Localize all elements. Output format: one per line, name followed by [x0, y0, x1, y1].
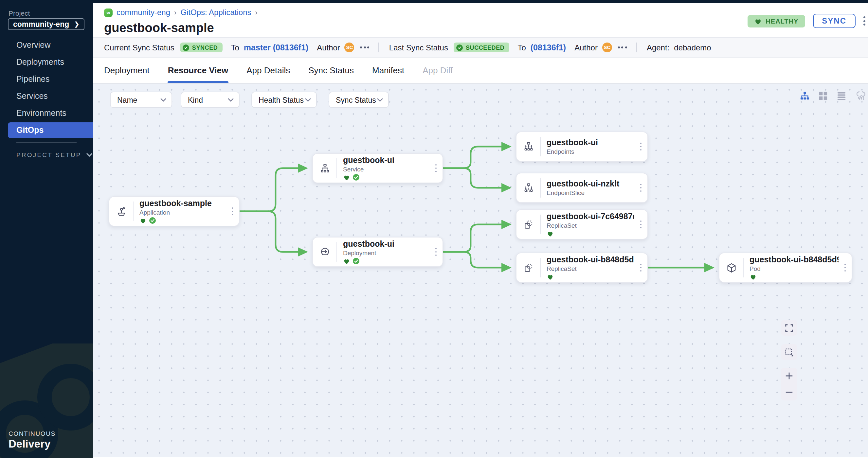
fullscreen-icon [785, 324, 794, 332]
node-replicaset-7c64987dc9[interactable]: guestbook-ui-7c64987dc9 ReplicaSet [516, 209, 648, 239]
grid-view-icon[interactable] [818, 91, 828, 101]
health-status-badge: HEALTHY [747, 15, 805, 27]
tree-view-icon[interactable] [800, 91, 810, 101]
agent-value: debademo [674, 43, 711, 52]
breadcrumb-project-link[interactable]: community-eng [117, 8, 170, 17]
chevron-down-icon [87, 153, 93, 157]
node-endpointslice[interactable]: guestbook-ui-nzklt EndpointSlice [516, 173, 648, 203]
node-menu-icon[interactable] [429, 237, 442, 266]
to-label: To [231, 43, 239, 52]
last-revision-link[interactable]: (08136f1) [531, 43, 566, 52]
node-kind: Endpoints [547, 148, 634, 155]
node-menu-icon[interactable] [634, 253, 647, 282]
sidebar: Project community-eng ❯ Overview Deploym… [0, 0, 93, 458]
chevron-down-icon [160, 98, 166, 102]
node-pod[interactable]: guestbook-ui-b848d5d9... Pod [719, 253, 852, 283]
more-options-icon[interactable] [618, 46, 627, 48]
node-title: guestbook-ui-nzklt [547, 179, 634, 189]
node-status [343, 174, 429, 181]
node-title: guestbook-ui-7c64987dc9 [547, 212, 634, 221]
tab-app-details[interactable]: App Details [246, 58, 290, 83]
tab-bar: Deployment Resource View App Details Syn… [93, 58, 868, 84]
tab-resource-view[interactable]: Resource View [168, 58, 228, 83]
fullscreen-button[interactable] [781, 320, 797, 336]
breadcrumb-section-link[interactable]: GitOps: Applications [180, 8, 251, 17]
heart-icon [547, 230, 554, 237]
check-circle-icon [353, 258, 360, 264]
tab-app-diff[interactable]: App Diff [423, 58, 453, 83]
synced-badge: SYNCED [180, 42, 223, 52]
author-avatar: SC [602, 42, 612, 52]
node-application[interactable]: guestbook-sample Application [108, 196, 240, 226]
window-top-strip [0, 0, 868, 3]
current-sync-label: Current Sync Status [104, 43, 175, 52]
marquee-select-icon [785, 348, 794, 356]
more-options-icon[interactable] [863, 17, 865, 26]
sync-button[interactable]: SYNC [813, 14, 856, 28]
pod-view-icon[interactable] [855, 91, 868, 101]
heart-icon [547, 273, 554, 280]
heart-icon [754, 17, 762, 25]
project-setup-toggle[interactable]: PROJECT SETUP [17, 151, 93, 158]
project-selector[interactable]: community-eng ❯ [8, 18, 85, 30]
node-menu-icon[interactable] [429, 154, 442, 183]
zoom-in-icon[interactable] [785, 372, 794, 380]
replicaset-icon [517, 210, 540, 239]
list-view-icon[interactable] [837, 91, 846, 101]
check-circle-icon [457, 44, 463, 51]
filter-health-status[interactable]: Health Status [251, 92, 317, 108]
sidebar-item-deployments[interactable]: Deployments [0, 54, 93, 71]
author-label: Author [317, 43, 340, 52]
node-service[interactable]: guestbook-ui Service [312, 153, 443, 183]
zoom-out-icon[interactable] [785, 388, 794, 396]
node-title: guestbook-ui [547, 138, 634, 147]
author-label: Author [575, 43, 598, 52]
brand-top: CONTINUOUS [8, 430, 56, 437]
breadcrumb: ∞ community-eng › GitOps: Applications › [104, 8, 257, 17]
current-revision-link[interactable]: master (08136f1) [244, 43, 308, 52]
tab-deployment[interactable]: Deployment [104, 58, 150, 83]
chevron-down-icon [305, 98, 311, 102]
node-title: guestbook-ui-b848d5d9d [547, 255, 634, 264]
last-sync-label: Last Sync Status [389, 43, 448, 52]
filter-name[interactable]: Name [110, 92, 172, 108]
node-menu-icon[interactable] [634, 132, 647, 161]
node-replicaset-b848d5d9d[interactable]: guestbook-ui-b848d5d9d ReplicaSet [516, 253, 648, 283]
brand: CONTINUOUS Delivery [8, 430, 56, 450]
node-status [140, 217, 226, 224]
tab-sync-status[interactable]: Sync Status [308, 58, 354, 83]
heart-icon [140, 217, 147, 224]
sidebar-item-gitops[interactable]: GitOps [8, 122, 93, 138]
sidebar-item-services[interactable]: Services [0, 88, 93, 105]
check-circle-icon [149, 217, 156, 224]
filter-kind[interactable]: Kind [181, 92, 240, 108]
page-header: ∞ community-eng › GitOps: Applications ›… [93, 3, 868, 37]
succeeded-badge: SUCCEEDED [454, 42, 509, 52]
marquee-select-button[interactable] [781, 344, 797, 360]
sidebar-item-pipelines[interactable]: Pipelines [0, 71, 93, 88]
endpointslice-icon [517, 173, 540, 202]
tab-manifest[interactable]: Manifest [372, 58, 404, 83]
filter-sync-status[interactable]: Sync Status [329, 92, 389, 108]
node-menu-icon[interactable] [634, 173, 647, 202]
sidebar-brand-block: CONTINUOUS Delivery [0, 344, 93, 458]
node-menu-icon[interactable] [226, 197, 239, 226]
endpoints-icon [517, 132, 540, 161]
project-label: Project [8, 9, 30, 17]
node-menu-icon[interactable] [634, 210, 647, 239]
node-status [749, 273, 839, 281]
more-options-icon[interactable] [360, 46, 370, 48]
sidebar-item-overview[interactable]: Overview [0, 37, 93, 54]
page-title: guestbook-sample [104, 21, 214, 35]
service-icon [313, 154, 337, 183]
zoom-controls [781, 368, 797, 400]
node-kind: Deployment [343, 249, 429, 256]
node-endpoints[interactable]: guestbook-ui Endpoints [516, 132, 648, 162]
node-menu-icon[interactable] [839, 253, 851, 282]
project-selector-value: community-eng [13, 20, 69, 28]
heart-icon [749, 273, 757, 280]
agent-label: Agent: [647, 43, 669, 52]
heart-icon [343, 174, 350, 181]
node-deployment[interactable]: guestbook-ui Deployment [312, 237, 443, 267]
sidebar-item-environments[interactable]: Environments [0, 105, 93, 122]
